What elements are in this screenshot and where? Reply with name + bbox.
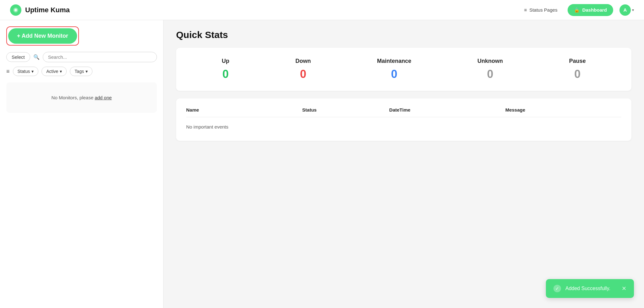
stat-pause: Pause 0: [569, 58, 586, 81]
stat-up: Up 0: [222, 58, 229, 81]
col-datetime: DateTime: [389, 107, 505, 113]
search-row: Select 🔍: [6, 52, 157, 62]
search-icon: 🔍: [33, 54, 40, 60]
header-left: Uptime Kuma: [10, 4, 70, 16]
header-right: ≡ Status Pages 🔒 Dashboard A ▾: [520, 4, 634, 16]
svg-point-2: [15, 9, 17, 11]
events-table-header: Name Status DateTime Message: [186, 107, 621, 117]
stat-down: Down 0: [296, 58, 311, 81]
toast-check-icon: ✓: [553, 285, 561, 292]
col-name: Name: [186, 107, 302, 113]
dashboard-label: Dashboard: [582, 7, 607, 13]
search-input[interactable]: [43, 52, 157, 62]
stat-down-value: 0: [296, 68, 311, 81]
no-monitors-message: No Monitors, please add one: [6, 82, 157, 113]
stat-up-value: 0: [222, 68, 229, 81]
events-card: Name Status DateTime Message No importan…: [176, 98, 631, 141]
main-content: Quick Stats Up 0 Down 0 Maintenance 0 Un…: [164, 20, 644, 308]
add-monitor-highlight: + Add New Monitor: [6, 26, 79, 46]
toast-message: Added Successfully.: [565, 286, 610, 291]
status-filter-label: Status: [18, 69, 30, 74]
stats-card: Up 0 Down 0 Maintenance 0 Unknown 0 Paus…: [176, 48, 631, 91]
add-new-monitor-button[interactable]: + Add New Monitor: [8, 28, 77, 44]
col-message: Message: [505, 107, 621, 113]
avatar-chevron-down-icon: ▾: [632, 8, 634, 12]
tags-filter-label: Tags: [75, 69, 84, 74]
header: Uptime Kuma ≡ Status Pages 🔒 Dashboard A…: [0, 0, 644, 20]
stat-pause-label: Pause: [569, 58, 586, 64]
status-pages-button[interactable]: ≡ Status Pages: [520, 5, 561, 15]
stat-up-label: Up: [222, 58, 229, 64]
stat-maintenance-label: Maintenance: [377, 58, 411, 64]
col-status: Status: [302, 107, 389, 113]
add-one-link[interactable]: add one: [95, 95, 112, 100]
quick-stats-title: Quick Stats: [176, 30, 631, 40]
no-events-message: No important events: [186, 122, 621, 132]
status-chevron-down-icon: ▾: [31, 69, 34, 74]
app-title: Uptime Kuma: [25, 6, 70, 14]
toast-close-button[interactable]: ✕: [622, 285, 626, 292]
stat-maintenance-value: 0: [377, 68, 411, 81]
no-monitors-text: No Monitors, please: [52, 95, 95, 100]
status-pages-icon: ≡: [524, 7, 527, 13]
dashboard-button[interactable]: 🔒 Dashboard: [568, 4, 613, 16]
select-button[interactable]: Select: [6, 52, 30, 62]
main-layout: + Add New Monitor Select 🔍 ≡ Status ▾ Ac…: [0, 20, 644, 308]
active-chevron-down-icon: ▾: [60, 69, 62, 74]
logo-icon: [10, 4, 21, 16]
tags-chevron-down-icon: ▾: [86, 69, 88, 74]
status-filter-button[interactable]: Status ▾: [13, 67, 39, 76]
active-filter-button[interactable]: Active ▾: [42, 67, 67, 76]
dashboard-lock-icon: 🔒: [574, 7, 580, 13]
avatar-wrapper[interactable]: A ▾: [619, 4, 634, 16]
stat-unknown-label: Unknown: [477, 58, 503, 64]
stat-pause-value: 0: [569, 68, 586, 81]
filter-row: ≡ Status ▾ Active ▾ Tags ▾: [6, 67, 157, 76]
toast-notification: ✓ Added Successfully. ✕: [546, 279, 634, 298]
stat-down-label: Down: [296, 58, 311, 64]
stat-maintenance: Maintenance 0: [377, 58, 411, 81]
stat-unknown-value: 0: [477, 68, 503, 81]
tags-filter-button[interactable]: Tags ▾: [70, 67, 92, 76]
hamburger-icon[interactable]: ≡: [6, 68, 10, 75]
avatar: A: [619, 4, 631, 16]
status-pages-label: Status Pages: [529, 7, 557, 13]
stat-unknown: Unknown 0: [477, 58, 503, 81]
active-filter-label: Active: [46, 69, 58, 74]
sidebar: + Add New Monitor Select 🔍 ≡ Status ▾ Ac…: [0, 20, 164, 308]
